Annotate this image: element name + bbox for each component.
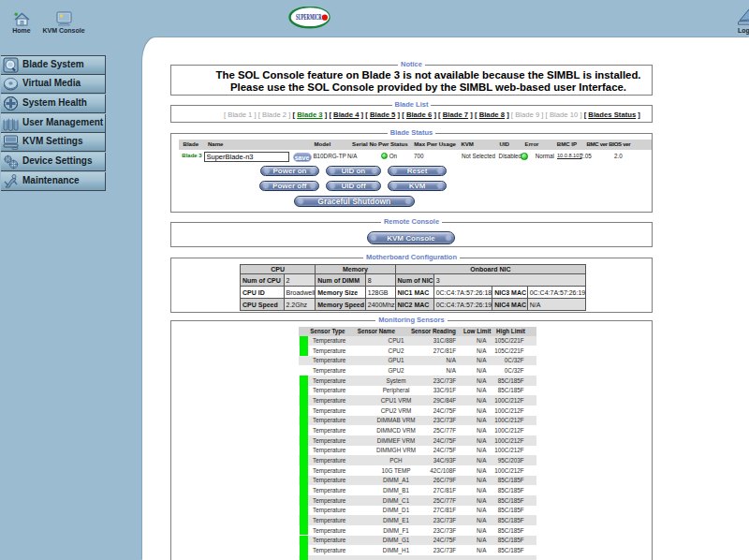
svg-text:SUPERMICR: SUPERMICR	[296, 13, 322, 22]
